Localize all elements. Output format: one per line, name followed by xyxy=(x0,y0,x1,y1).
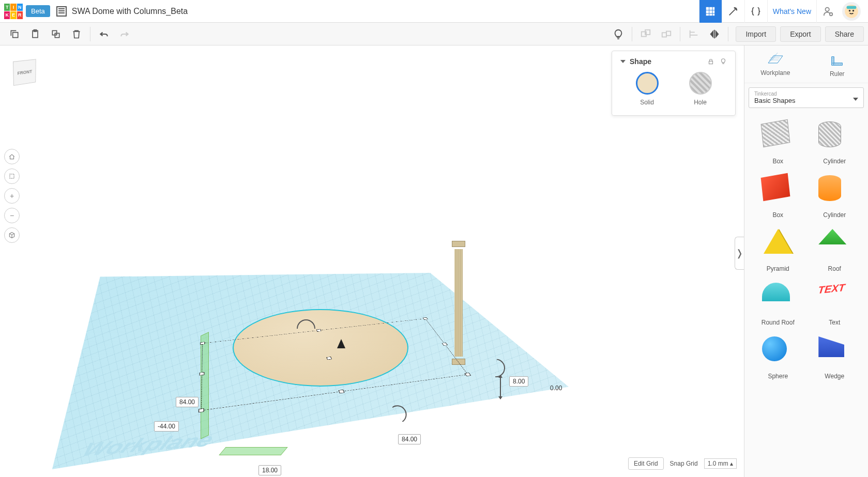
shape-label: Cylinder xyxy=(823,211,846,219)
svg-marker-25 xyxy=(337,339,345,348)
logo-letter: E xyxy=(10,11,16,19)
delete-button[interactable] xyxy=(67,25,86,43)
shape-label: Box xyxy=(772,211,783,219)
shape-cylinder-hole[interactable]: Cylinder xyxy=(809,121,861,165)
svg-rect-2 xyxy=(713,7,715,10)
shape-roof[interactable]: Roof xyxy=(809,229,861,272)
user-avatar[interactable] xyxy=(842,2,861,21)
ungroup-button[interactable] xyxy=(657,25,676,43)
snap-grid-label: Snap Grid xyxy=(670,460,698,467)
resize-handle[interactable] xyxy=(200,342,205,345)
mode-design-button[interactable] xyxy=(699,0,722,23)
shape-text[interactable]: TEXTText xyxy=(809,283,861,326)
shape-solid-option[interactable]: Solid xyxy=(636,72,659,106)
lightbulb-icon xyxy=(613,28,624,40)
braces-icon xyxy=(750,6,762,17)
dimension-offset-x[interactable]: -44.00 xyxy=(154,421,179,432)
shape-round-roof[interactable]: Round Roof xyxy=(752,283,804,326)
lightbulb-icon[interactable] xyxy=(720,58,727,65)
dimension-offset-y[interactable]: 18.00 xyxy=(258,465,281,475)
beta-badge: Beta xyxy=(26,5,50,17)
hole-swatch-icon xyxy=(689,72,712,95)
sphere-icon xyxy=(762,336,787,361)
workplane-tool-label: Workplane xyxy=(760,69,790,76)
avatar-icon xyxy=(844,4,859,19)
account-button[interactable] xyxy=(816,0,839,23)
cylinder-icon xyxy=(818,175,841,201)
import-button[interactable]: Import xyxy=(736,26,776,42)
share-button[interactable]: Share xyxy=(825,26,864,42)
duplicate-button[interactable] xyxy=(47,25,65,43)
shape-label: Wedge xyxy=(825,373,844,380)
dimension-z[interactable]: 0.00 xyxy=(547,383,565,393)
logo-letter: I xyxy=(10,4,16,11)
shape-pyramid[interactable]: Pyramid xyxy=(752,229,804,272)
resize-handle[interactable] xyxy=(339,390,345,393)
shape-sphere[interactable]: Sphere xyxy=(752,336,804,380)
shape-cylinder[interactable]: Cylinder xyxy=(809,175,861,219)
shape-panel-title: Shape xyxy=(630,57,651,66)
pyramid-icon xyxy=(764,229,793,254)
mirror-button[interactable] xyxy=(705,25,724,43)
edit-grid-button[interactable]: Edit Grid xyxy=(628,457,664,470)
mirror-icon xyxy=(709,28,720,40)
export-button[interactable]: Export xyxy=(780,26,820,42)
svg-rect-14 xyxy=(847,6,857,9)
whats-new-link[interactable]: What's New xyxy=(767,0,816,23)
shape-hole-option[interactable]: Hole xyxy=(689,72,712,106)
shape-wedge[interactable]: Wedge xyxy=(809,336,861,380)
svg-point-9 xyxy=(825,7,829,11)
resize-handle[interactable] xyxy=(316,329,322,332)
lock-icon[interactable] xyxy=(707,58,714,65)
paste-button[interactable] xyxy=(26,25,44,43)
svg-rect-0 xyxy=(706,7,709,10)
svg-rect-26 xyxy=(709,61,713,64)
dimension-height[interactable]: 8.00 xyxy=(509,376,528,387)
shape-box-hole[interactable]: Box xyxy=(752,121,804,165)
undo-button[interactable] xyxy=(95,25,113,43)
logo-letter: T xyxy=(4,4,10,11)
height-dimension-arrow[interactable] xyxy=(500,375,501,399)
ruler-tool[interactable]: Ruler xyxy=(806,45,869,83)
column-shaft xyxy=(454,249,463,357)
ungroup-icon xyxy=(661,28,672,40)
workplane-tool[interactable]: Workplane xyxy=(744,45,806,83)
shape-box[interactable]: Box xyxy=(752,175,804,219)
shape-library-select[interactable]: Tinkercad Basic Shapes xyxy=(749,87,864,108)
user-add-icon xyxy=(823,6,834,17)
column-shape[interactable] xyxy=(452,241,465,365)
svg-rect-22 xyxy=(662,33,666,37)
ruler-icon xyxy=(830,53,844,67)
dimension-width[interactable]: 84.00 xyxy=(176,397,199,407)
svg-rect-4 xyxy=(709,10,712,13)
chevron-down-icon[interactable] xyxy=(620,60,626,63)
copy-button[interactable] xyxy=(5,25,24,43)
duplicate-icon xyxy=(51,29,61,39)
document-title[interactable]: SWA Dome with Columns_Beta xyxy=(72,7,188,16)
group-icon xyxy=(640,28,651,40)
mode-blocks-button[interactable] xyxy=(722,0,744,23)
mode-code-button[interactable] xyxy=(744,0,767,23)
ruler-tool-label: Ruler xyxy=(830,70,845,78)
logo-letter: K xyxy=(4,11,10,19)
group-button[interactable] xyxy=(636,25,655,43)
pickaxe-icon xyxy=(727,6,739,17)
resize-handle[interactable] xyxy=(200,372,205,376)
canvas[interactable]: FRONT + − Workplane xyxy=(0,45,744,477)
library-source-label: Tinkercad xyxy=(754,91,858,97)
align-button[interactable] xyxy=(684,25,703,43)
app-logo[interactable]: T I N K E R xyxy=(4,4,23,19)
snap-grid-select[interactable]: 1.0 mm ▴ xyxy=(704,458,737,469)
align-icon xyxy=(688,28,699,40)
center-handle[interactable] xyxy=(326,357,332,360)
sidebar-collapse-handle[interactable]: ❭ xyxy=(735,237,744,270)
height-arrow-icon[interactable] xyxy=(337,339,345,348)
svg-rect-3 xyxy=(706,10,709,13)
visibility-button[interactable] xyxy=(609,25,628,43)
shapes-sidebar: Workplane Ruler Tinkercad Basic Shapes B… xyxy=(744,45,868,477)
dimension-depth[interactable]: 84.00 xyxy=(398,434,421,444)
redo-button[interactable] xyxy=(115,25,134,43)
ruler-horizontal[interactable] xyxy=(219,447,287,455)
svg-rect-6 xyxy=(706,13,709,16)
library-name-label: Basic Shapes xyxy=(754,97,858,104)
